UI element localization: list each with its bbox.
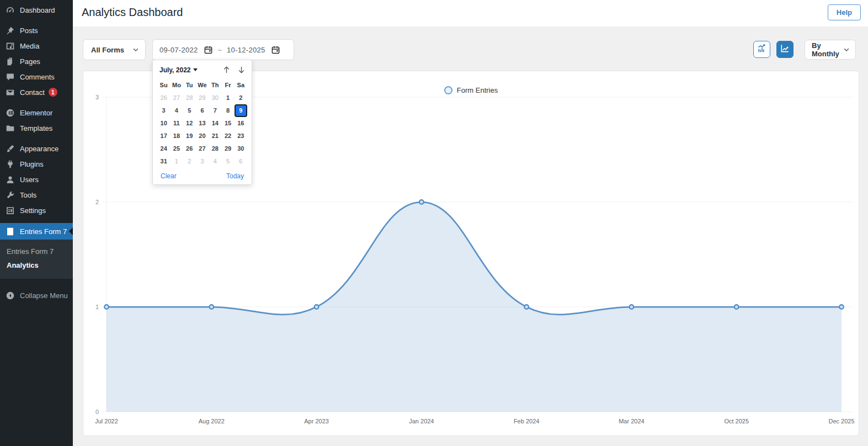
arrow-down-icon[interactable] <box>237 65 246 75</box>
date-range-picker[interactable]: 09-07-2022 ~ 10-12-2025 <box>152 39 294 60</box>
calendar-day-selected[interactable]: 9 <box>235 104 247 117</box>
folder-icon <box>6 124 15 133</box>
sidebar-item-comments[interactable]: Comments <box>0 69 73 84</box>
calendar-day[interactable]: 4 <box>209 155 221 168</box>
calendar-day[interactable]: 6 <box>196 104 209 117</box>
sidebar-item-templates[interactable]: Templates <box>0 120 73 136</box>
sidebar-item-label: Users <box>20 176 39 184</box>
calendar-day[interactable]: 17 <box>157 130 170 142</box>
calendar-day[interactable]: 4 <box>170 104 183 117</box>
calendar-day[interactable]: 24 <box>157 142 170 155</box>
calendar-day[interactable]: 13 <box>196 117 209 130</box>
calendar-footer: Clear Today <box>157 168 247 180</box>
weekday-label: Tu <box>183 79 196 92</box>
calendar-day[interactable]: 25 <box>170 142 183 155</box>
calendar-day[interactable]: 5 <box>221 155 234 168</box>
date-separator: ~ <box>218 46 222 54</box>
arrow-up-icon[interactable] <box>222 65 231 75</box>
sidebar-item-posts[interactable]: Posts <box>0 23 73 38</box>
sidebar-item-settings[interactable]: Settings <box>0 203 73 218</box>
calendar-day[interactable]: 28 <box>183 92 196 104</box>
calendar-day[interactable]: 10 <box>157 117 170 130</box>
calendar-day[interactable]: 27 <box>170 92 183 104</box>
pages-icon <box>6 57 15 66</box>
group-by-select[interactable]: By Monthly <box>805 40 856 60</box>
line-chart-toggle-button[interactable] <box>776 41 794 58</box>
calendar-day[interactable]: 2 <box>183 155 196 168</box>
sidebar-item-dashboard[interactable]: Dashboard <box>0 2 73 18</box>
calendar-day[interactable]: 15 <box>221 117 234 130</box>
calendar-day[interactable]: 21 <box>209 130 221 142</box>
y-axis-tick: 3 <box>95 94 99 100</box>
collapse-menu-button[interactable]: Collapse Menu <box>0 288 73 303</box>
gauge-icon <box>6 6 15 15</box>
calendar-day[interactable]: 3 <box>157 104 170 117</box>
y-axis-tick: 2 <box>95 199 99 205</box>
sidebar-item-users[interactable]: Users <box>0 172 73 187</box>
calendar-day[interactable]: 2 <box>235 92 247 104</box>
sidebar-item-label: Appearance <box>20 145 58 153</box>
data-point[interactable] <box>734 305 739 309</box>
calendar-day[interactable]: 6 <box>235 155 247 168</box>
calendar-day[interactable]: 14 <box>209 117 221 130</box>
calendar-day[interactable]: 8 <box>221 104 234 117</box>
sidebar-item-pages[interactable]: Pages <box>0 54 73 69</box>
calendar-day[interactable]: 26 <box>157 92 170 104</box>
data-point[interactable] <box>209 305 214 309</box>
sidebar-item-tools[interactable]: Tools <box>0 187 73 203</box>
sidebar-item-label: Posts <box>20 26 38 35</box>
help-button[interactable]: Help <box>828 4 861 20</box>
calendar-day[interactable]: 1 <box>170 155 183 168</box>
calendar-day[interactable]: 1 <box>221 92 234 104</box>
calendar-day[interactable]: 11 <box>170 117 183 130</box>
sidebar-item-entries-form-7[interactable]: Entries Form 7 <box>0 223 73 240</box>
date-from-input[interactable]: 09-07-2022 <box>159 46 198 54</box>
bar-chart-toggle-button[interactable] <box>753 41 770 58</box>
sidebar-item-elementor[interactable]: Elementor <box>0 105 73 120</box>
calendar-day[interactable]: 18 <box>170 130 183 142</box>
calendar-day[interactable]: 30 <box>235 142 247 155</box>
sidebar-item-media[interactable]: Media <box>0 38 73 54</box>
calendar-day[interactable]: 31 <box>157 155 170 168</box>
calendar-day[interactable]: 19 <box>183 130 196 142</box>
sidebar-item-contact[interactable]: Contact1 <box>0 84 73 100</box>
calendar-day[interactable]: 5 <box>183 104 196 117</box>
sidebar-subitem-entries-form-7[interactable]: Entries Form 7 <box>0 245 73 258</box>
sidebar-item-label: Media <box>20 42 39 50</box>
calendar-day[interactable]: 26 <box>183 142 196 155</box>
calendar-day[interactable]: 30 <box>209 92 221 104</box>
sidebar-item-label: Dashboard <box>20 6 55 14</box>
data-point[interactable] <box>104 305 109 309</box>
calendar-day[interactable]: 27 <box>196 142 209 155</box>
data-point[interactable] <box>839 305 844 309</box>
calendar-icon[interactable] <box>271 45 280 55</box>
calendar-day[interactable]: 29 <box>221 142 234 155</box>
collapse-icon <box>6 291 15 300</box>
sidebar-item-plugins[interactable]: Plugins <box>0 156 73 172</box>
date-to-input[interactable]: 10-12-2025 <box>227 46 265 54</box>
legend-label: Form Entries <box>457 86 498 94</box>
calendar-day[interactable]: 29 <box>196 92 209 104</box>
forms-filter-select[interactable]: All Forms <box>83 39 146 60</box>
data-point[interactable] <box>419 200 424 204</box>
calendar-nav <box>222 65 246 75</box>
sidebar-submenu: Entries Form 7Analytics <box>0 240 73 279</box>
calendar-day[interactable]: 20 <box>196 130 209 142</box>
data-point[interactable] <box>630 305 634 309</box>
wrench-icon <box>6 190 15 200</box>
calendar-day[interactable]: 3 <box>196 155 209 168</box>
calendar-day[interactable]: 12 <box>183 117 196 130</box>
month-year-selector[interactable]: July, 2022 <box>159 66 198 74</box>
calendar-day[interactable]: 16 <box>235 117 247 130</box>
sidebar-subitem-analytics[interactable]: Analytics <box>0 258 73 272</box>
data-point[interactable] <box>524 305 529 309</box>
sidebar-item-appearance[interactable]: Appearance <box>0 141 73 156</box>
today-button[interactable]: Today <box>226 172 244 180</box>
calendar-day[interactable]: 22 <box>221 130 234 142</box>
clear-button[interactable]: Clear <box>161 172 177 180</box>
calendar-day[interactable]: 28 <box>209 142 221 155</box>
calendar-icon[interactable] <box>204 45 213 55</box>
calendar-day[interactable]: 23 <box>235 130 247 142</box>
calendar-day[interactable]: 7 <box>209 104 221 117</box>
data-point[interactable] <box>315 305 319 309</box>
